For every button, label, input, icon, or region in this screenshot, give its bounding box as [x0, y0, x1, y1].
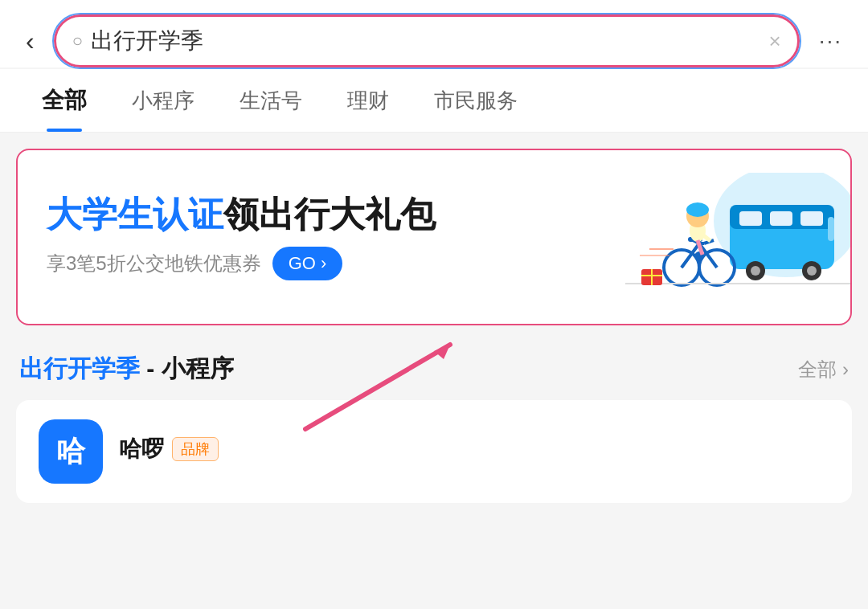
banner-title-normal: 领出行大礼包 [223, 194, 436, 234]
app-name-row: 哈啰 品牌 [119, 434, 829, 464]
tab-finance[interactable]: 理财 [325, 71, 411, 131]
banner-image [625, 173, 850, 301]
go-button[interactable]: GO › [272, 247, 343, 280]
tab-citizen[interactable]: 市民服务 [411, 71, 540, 131]
svg-rect-3 [739, 211, 762, 226]
brand-badge: 品牌 [172, 437, 219, 461]
search-bar[interactable]: ○ × [54, 14, 800, 67]
main-content: 大学生认证领出行大礼包 享3笔5折公交地铁优惠券 GO › [0, 133, 868, 534]
banner-title: 大学生认证领出行大礼包 [47, 194, 625, 236]
section-all-button[interactable]: 全部 › [798, 357, 849, 382]
section-title: 出行开学季 - 小程序 [19, 353, 234, 386]
tab-lifestyle[interactable]: 生活号 [217, 71, 325, 131]
section-title-blue: 出行开学季 [19, 355, 140, 382]
svg-rect-4 [770, 211, 792, 226]
header: ‹ ○ × ··· [0, 0, 868, 67]
svg-rect-5 [800, 211, 823, 226]
banner-illustration [625, 173, 850, 301]
back-button[interactable]: ‹ [19, 25, 41, 57]
banner-ad[interactable]: 大学生认证领出行大礼包 享3笔5折公交地铁优惠券 GO › [16, 149, 852, 325]
svg-rect-10 [828, 217, 834, 241]
svg-point-9 [807, 266, 817, 276]
tab-all[interactable]: 全部 [19, 69, 109, 132]
search-bar-wrapper: ○ × [54, 14, 800, 67]
svg-point-23 [686, 202, 709, 217]
banner-subtitle-text: 享3笔5折公交地铁优惠券 [47, 251, 261, 276]
more-button[interactable]: ··· [813, 25, 849, 57]
banner-subtitle: 享3笔5折公交地铁优惠券 GO › [47, 247, 625, 280]
app-name: 哈啰 [119, 434, 164, 464]
search-input[interactable] [91, 28, 761, 54]
clear-icon[interactable]: × [768, 29, 780, 54]
banner-text: 大学生认证领出行大礼包 享3笔5折公交地铁优惠券 GO › [47, 194, 625, 281]
search-icon: ○ [72, 31, 83, 51]
section-area: 出行开学季 - 小程序 全部 › 哈 哈啰 品牌 [16, 345, 852, 503]
app-icon: 哈 [39, 419, 103, 484]
svg-point-7 [751, 266, 760, 276]
banner-title-highlight: 大学生认证 [47, 194, 223, 234]
app-info: 哈啰 品牌 [119, 434, 829, 469]
section-title-black: - 小程序 [140, 355, 234, 382]
tab-miniprogram[interactable]: 小程序 [109, 71, 217, 131]
list-item[interactable]: 哈 哈啰 品牌 [16, 400, 852, 503]
section-header: 出行开学季 - 小程序 全部 › [16, 345, 852, 397]
app-icon-text: 哈 [56, 432, 85, 472]
tab-bar: 全部 小程序 生活号 理财 市民服务 [0, 69, 868, 133]
